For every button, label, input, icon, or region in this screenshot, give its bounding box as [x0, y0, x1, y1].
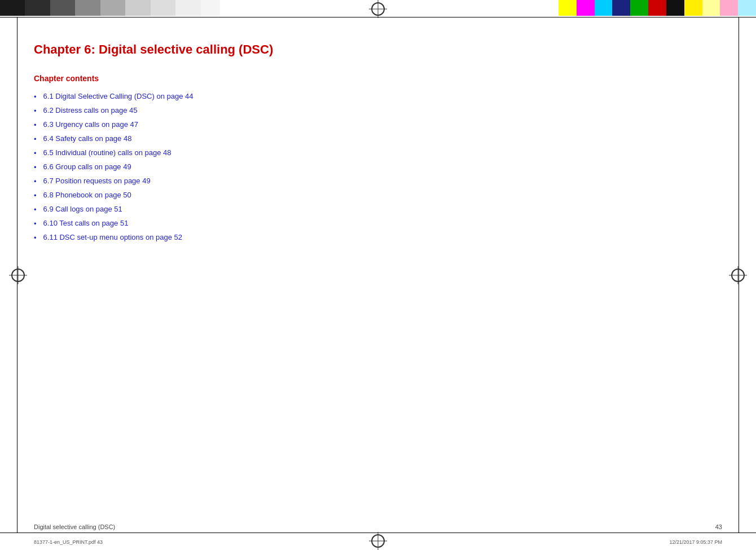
toc-bullet-icon: •	[34, 219, 37, 228]
top-bar-right	[559, 0, 756, 16]
toc-bullet-icon: •	[34, 234, 37, 242]
list-item[interactable]: •6.7 Position requests on page 49	[34, 177, 722, 186]
color-swatch-r3	[595, 0, 613, 16]
toc-bullet-icon: •	[34, 205, 37, 214]
color-swatch-r10	[720, 0, 738, 16]
color-swatch-r9	[702, 0, 720, 16]
main-content: Chapter 6: Digital selective calling (DS…	[34, 25, 722, 522]
color-swatch-1	[0, 0, 25, 16]
top-bar-left	[0, 0, 220, 16]
list-item[interactable]: •6.9 Call logs on page 51	[34, 205, 722, 214]
toc-bullet-icon: •	[34, 121, 37, 129]
toc-link-6-10[interactable]: 6.10 Test calls on page 51	[43, 219, 129, 227]
footer-page-number: 43	[715, 523, 722, 530]
list-item[interactable]: •6.3 Urgency calls on page 47	[34, 120, 722, 129]
list-item[interactable]: •6.10 Test calls on page 51	[34, 219, 722, 228]
toc-link-6-9[interactable]: 6.9 Call logs on page 51	[43, 205, 122, 213]
crosshair-bottom-center	[371, 534, 385, 548]
toc-bullet-icon: •	[34, 149, 37, 157]
toc-link-6-4[interactable]: 6.4 Safety calls on page 48	[43, 134, 132, 143]
chapter-title: Chapter 6: Digital selective calling (DS…	[34, 42, 722, 57]
toc-bullet-icon: •	[34, 177, 37, 186]
list-item[interactable]: •6.4 Safety calls on page 48	[34, 134, 722, 143]
toc-bullet-icon: •	[34, 93, 37, 101]
color-swatch-r2	[577, 0, 595, 16]
list-item[interactable]: •6.2 Distress calls on page 45	[34, 106, 722, 115]
bottom-bar: 81377-1-en_US_PRINT.pdf 43 12/21/2017 9:…	[0, 534, 756, 550]
list-item[interactable]: •6.8 Phonebook on page 50	[34, 191, 722, 200]
toc-link-6-11[interactable]: 6.11 DSC set-up menu options on page 52	[43, 233, 182, 241]
color-swatch-4	[75, 0, 100, 16]
toc-link-6-6[interactable]: 6.6 Group calls on page 49	[43, 162, 131, 171]
toc-link-6-8[interactable]: 6.8 Phonebook on page 50	[43, 191, 131, 199]
bottom-right-text: 12/21/2017 9:05:37 PM	[669, 539, 722, 545]
color-swatch-r5	[630, 0, 648, 16]
footer: Digital selective calling (DSC) 43	[34, 523, 722, 530]
color-swatch-r11	[738, 0, 756, 16]
toc-bullet-icon: •	[34, 135, 37, 143]
bottom-left-text: 81377-1-en_US_PRINT.pdf 43	[34, 539, 103, 545]
crosshair-left	[11, 269, 25, 282]
crosshair-top-center	[371, 2, 385, 16]
toc-link-6-2[interactable]: 6.2 Distress calls on page 45	[43, 106, 138, 115]
color-swatch-r8	[684, 0, 702, 16]
top-bar-center	[220, 0, 559, 16]
color-swatch-r4	[612, 0, 630, 16]
color-swatch-6	[125, 0, 150, 16]
table-of-contents: •6.1 Digital Selective Calling (DSC) on …	[34, 92, 722, 242]
border-top	[0, 17, 756, 17]
footer-left-text: Digital selective calling (DSC)	[34, 523, 115, 530]
color-swatch-8	[175, 0, 200, 16]
crosshair-right	[731, 269, 745, 282]
toc-bullet-icon: •	[34, 191, 37, 200]
toc-link-6-7[interactable]: 6.7 Position requests on page 49	[43, 177, 151, 185]
list-item[interactable]: •6.1 Digital Selective Calling (DSC) on …	[34, 92, 722, 101]
list-item[interactable]: •6.11 DSC set-up menu options on page 52	[34, 233, 722, 242]
toc-link-6-5[interactable]: 6.5 Individual (routine) calls on page 4…	[43, 148, 172, 157]
list-item[interactable]: •6.6 Group calls on page 49	[34, 162, 722, 171]
color-swatch-3	[50, 0, 75, 16]
toc-bullet-icon: •	[34, 107, 37, 115]
color-swatch-7	[151, 0, 175, 16]
top-color-bar	[0, 0, 756, 16]
chapter-contents-heading: Chapter contents	[34, 74, 722, 83]
color-swatch-9	[201, 0, 221, 16]
color-swatch-5	[100, 0, 125, 16]
toc-link-6-3[interactable]: 6.3 Urgency calls on page 47	[43, 120, 138, 129]
list-item[interactable]: •6.5 Individual (routine) calls on page …	[34, 148, 722, 157]
color-swatch-2	[25, 0, 50, 16]
color-swatch-r1	[559, 0, 577, 16]
color-swatch-r6	[648, 0, 666, 16]
color-swatch-r7	[666, 0, 684, 16]
toc-link-6-1[interactable]: 6.1 Digital Selective Calling (DSC) on p…	[43, 92, 194, 100]
toc-bullet-icon: •	[34, 163, 37, 171]
